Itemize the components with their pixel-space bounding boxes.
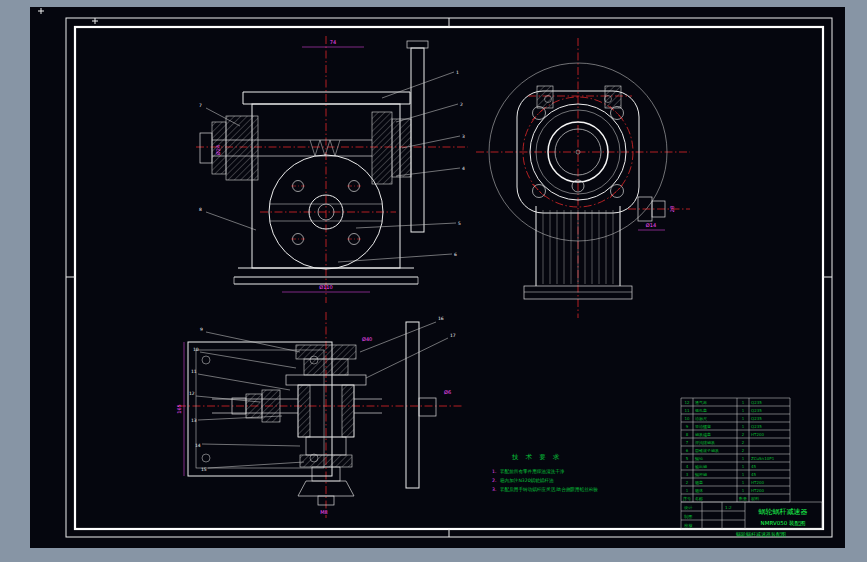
bom-cell: 箱体 xyxy=(695,488,703,493)
part-balloon: 8 xyxy=(199,207,202,212)
notes-title: 技 术 要 求 xyxy=(511,453,562,461)
title-field-check: 校核 xyxy=(684,523,693,528)
part-balloon: 3 xyxy=(462,134,465,139)
bom-cell: Q235 xyxy=(751,416,762,421)
product-title: 蜗轮蜗杆减速器 xyxy=(759,508,808,516)
bom-cell: 1 xyxy=(742,408,745,413)
part-balloon: 9 xyxy=(200,327,203,332)
part-balloon: 13 xyxy=(191,418,197,423)
bom-cell: 4 xyxy=(686,464,689,469)
dim-v1-left: Ø24 xyxy=(215,145,221,155)
bom-cell: 11 xyxy=(684,408,690,413)
title-field-draft: 制图 xyxy=(684,514,692,519)
bom-cell: 2 xyxy=(742,432,745,437)
title-footer: 蜗轮蜗杆减速器装配图 xyxy=(736,531,786,538)
part-balloon: 10 xyxy=(193,347,199,352)
dim-v3-bottom: M8 xyxy=(320,509,328,515)
dim-v1-top: 74 xyxy=(330,39,336,45)
bom-cell: 3 xyxy=(686,472,689,477)
bom-cell: HT200 xyxy=(751,480,765,485)
part-balloon: 1 xyxy=(456,70,459,75)
bom-cell: 通气器 xyxy=(695,400,707,405)
bom-header-cell: 序号 xyxy=(683,496,691,501)
note-line: 装配后用手转动蜗杆应灵活,啮合侧隙用铅丝检验 xyxy=(500,486,598,493)
bom-cell: 45 xyxy=(751,464,757,469)
part-balloon: 17 xyxy=(450,333,456,338)
note-line: 箱内加注N320蜗轮蜗杆油 xyxy=(500,477,554,484)
bom-cell: 8 xyxy=(686,432,689,437)
bom-cell: 1 xyxy=(742,488,745,493)
bom-cell: 2 xyxy=(742,448,745,453)
dim-v1-bottom: Ø110 xyxy=(319,284,332,290)
dim-v3-right: Ø6 xyxy=(444,389,451,395)
dim-v2-len: 28 xyxy=(669,206,675,212)
bom-cell: 9 xyxy=(686,424,689,429)
bom-cell: 1 xyxy=(742,400,745,405)
bom-cell: 1 xyxy=(686,488,689,493)
dim-v3-height: 165 xyxy=(176,404,182,414)
part-balloon: 5 xyxy=(458,221,461,226)
bom-cell: 12 xyxy=(684,400,690,405)
bom-cell: 蜗杆轴 xyxy=(695,472,707,477)
bom-cell: 1 xyxy=(742,464,745,469)
part-balloon: 11 xyxy=(191,369,197,374)
bom-cell: 10 xyxy=(684,416,690,421)
part-balloon: 14 xyxy=(195,443,201,448)
bom-cell: 圆锥滚子轴承 xyxy=(695,448,719,453)
bom-cell: Q235 xyxy=(751,424,762,429)
note-line: 装配前所有零件用煤油清洗干净 xyxy=(500,468,565,475)
bom-cell: Q235 xyxy=(751,408,762,413)
sheet-frame xyxy=(30,7,845,548)
bom-cell: 45 xyxy=(751,472,757,477)
drawing-svg: 1 2 3 4 5 6 7 8 74 Ø24 Ø110 xyxy=(0,0,867,562)
bom-cell: 蜗轮 xyxy=(695,456,703,461)
note-number: 2. xyxy=(492,478,496,483)
part-balloon: 6 xyxy=(454,252,457,257)
bom-cell: 1 xyxy=(742,416,745,421)
part-balloon: 12 xyxy=(189,391,195,396)
bom-cell: 5 xyxy=(686,456,689,461)
note-number: 3. xyxy=(492,487,496,492)
part-balloon: 7 xyxy=(199,103,202,108)
bom-header-cell: 名称 xyxy=(695,496,703,501)
bom-cell: 1 xyxy=(742,472,745,477)
bom-cell: 6 xyxy=(686,448,689,453)
bom-cell: Q235 xyxy=(751,400,762,405)
bom-header-cell: 数量 xyxy=(739,496,747,501)
bom-cell: 深沟球轴承 xyxy=(695,440,715,445)
part-balloon: 16 xyxy=(438,316,444,321)
bom-cell: 放油螺塞 xyxy=(695,424,711,429)
dim-v2-dia: Ø14 xyxy=(646,222,656,228)
bom-cell: 1 xyxy=(742,424,745,429)
bom-cell: ZCuSn10P1 xyxy=(751,456,775,461)
bom-cell: 视孔盖 xyxy=(694,408,707,413)
drawing-code: NMRV050 装配图 xyxy=(761,520,806,527)
part-balloon: 2 xyxy=(460,102,463,107)
bom-cell: 1 xyxy=(742,456,745,461)
title-field-design: 设计 xyxy=(684,505,693,510)
note-number: 1. xyxy=(492,469,496,474)
part-balloon: 4 xyxy=(462,166,465,171)
part-balloon: 15 xyxy=(201,467,207,472)
title-field-scale: 1:2 xyxy=(725,505,732,510)
bom-cell: HT200 xyxy=(751,488,765,493)
bom-cell: 1 xyxy=(742,480,745,485)
bom-cell: 轴承端盖 xyxy=(695,432,711,437)
bom-cell: 箱盖 xyxy=(695,480,703,485)
bom-cell: 7 xyxy=(686,440,689,445)
bom-cell: 2 xyxy=(686,480,689,485)
cad-canvas[interactable]: 1 2 3 4 5 6 7 8 74 Ø24 Ø110 xyxy=(0,0,867,562)
dim-v3-top: Ø40 xyxy=(362,336,372,342)
bom-cell: HT200 xyxy=(751,432,765,437)
bom-cell: 2 xyxy=(742,440,745,445)
sheet-background xyxy=(30,7,845,548)
